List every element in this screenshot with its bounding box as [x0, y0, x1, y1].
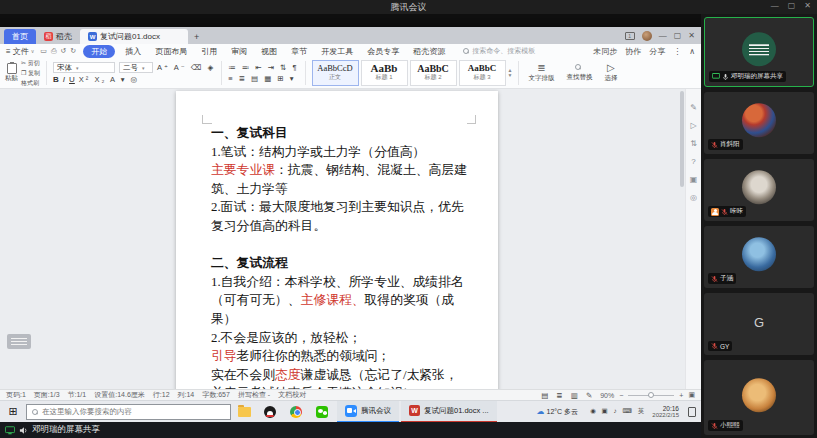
format-painter-button[interactable]: 格式刷	[21, 79, 40, 88]
style-heading1[interactable]: AaBb 标题 1	[361, 60, 408, 86]
participant-tile[interactable]: 小熙熙	[704, 360, 814, 435]
menu-dev-tools[interactable]: 开发工具	[317, 46, 357, 57]
view-mode-icons[interactable]: ▤ ≣ ▥ ✎	[541, 391, 595, 400]
document-page[interactable]: 一、复试科目 1.笔试：结构力学或土力学（分值高） 主要专业课：抗震、钢结构、混…	[176, 91, 498, 389]
list-indent-tools[interactable]: ≔ ≕ ⇤ ⇥ ⇅ ¶	[228, 63, 298, 72]
menu-view[interactable]: 视图	[257, 46, 281, 57]
participant-tile[interactable]: 邓明瑞的屏幕共享	[704, 17, 814, 87]
spell-check[interactable]: 拼写检查 -	[238, 390, 270, 400]
doc-red-text: 态度	[275, 368, 301, 382]
menu-home[interactable]: 开始	[83, 45, 115, 58]
word-count[interactable]: 字数:657	[202, 390, 230, 400]
menu-insert[interactable]: 插入	[121, 46, 145, 57]
weather-widget[interactable]: ☁ 12°C 多云	[537, 407, 579, 417]
participant-name: 子涵	[720, 274, 733, 283]
menu-references[interactable]: 引用	[197, 46, 221, 57]
menu-page-layout[interactable]: 页面布局	[151, 46, 191, 57]
share-button[interactable]: 分享	[649, 46, 665, 57]
participant-tile[interactable]: 肖斜阳	[704, 92, 814, 154]
tab-home[interactable]: 首页	[4, 29, 36, 44]
menu-membership[interactable]: 会员专享	[363, 46, 403, 57]
vertical-scrollbar[interactable]	[680, 91, 684, 187]
copy-button[interactable]: ❐ 复制	[21, 69, 40, 78]
proofread[interactable]: 文档校对	[278, 390, 306, 400]
font-name-select[interactable]: 宋体 ▾	[53, 62, 115, 73]
menu-docer-resources[interactable]: 稻壳资源	[409, 46, 449, 57]
participant-tile[interactable]: G GY	[704, 293, 814, 355]
text-layout-button[interactable]: ≣ 文字排版	[525, 63, 557, 83]
sync-status-button[interactable]: 未同步	[593, 46, 617, 57]
taskbar-app-meeting[interactable]: 腾讯会议	[337, 401, 399, 423]
notification-center-icon[interactable]	[688, 407, 696, 417]
minimize-icon[interactable]: —	[771, 1, 779, 10]
zoom-slider[interactable]	[628, 395, 674, 396]
outline-panel-handle[interactable]	[7, 334, 31, 349]
start-button[interactable]: ⊞	[0, 405, 26, 418]
task-pane-icon[interactable]: 1	[625, 32, 635, 40]
wps-maximize-icon[interactable]: ▢	[674, 31, 682, 40]
help-icon[interactable]: ?	[691, 157, 695, 166]
close-icon[interactable]: ✕	[804, 1, 811, 10]
participant-tile[interactable]: 咔咔	[704, 159, 814, 221]
cloud-icon: ☁	[537, 407, 545, 416]
taskbar-app-wps[interactable]: W 复试问题01.docx ...	[401, 401, 497, 423]
meeting-title: 腾讯会议	[0, 1, 817, 14]
styles-scroll-arrows[interactable]: ▲▼	[508, 68, 513, 78]
style-heading2[interactable]: AaBbC 标题 2	[410, 60, 457, 86]
tab-document[interactable]: W 复试问题01.docx	[80, 29, 188, 44]
zoom-in-button[interactable]: +	[679, 392, 683, 399]
select-cursor-icon[interactable]: ▷	[690, 121, 696, 130]
zoom-out-button[interactable]: −	[619, 392, 623, 399]
find-replace-button[interactable]: 查找替换	[563, 64, 595, 82]
wps-minimize-icon[interactable]: —	[659, 31, 667, 40]
font-scale-tools[interactable]: A⁺ A⁻ ⌫ ◈	[157, 63, 215, 72]
bold-button[interactable]: B	[53, 75, 59, 84]
qq-icon[interactable]	[257, 401, 283, 423]
document-text[interactable]: 一、复试科目 1.笔试：结构力学或土力学（分值高） 主要专业课：抗震、钢结构、混…	[211, 124, 468, 389]
zoom-slider-knob[interactable]	[648, 392, 654, 398]
doc-line: 1.笔试：结构力学或土力学（分值高）	[211, 143, 468, 162]
tab-docer[interactable]: 稻 稻壳	[36, 29, 80, 44]
tray-icons[interactable]: ◉ ▣ ♪ ⌨ 英	[590, 407, 646, 416]
participant-tile[interactable]: 子涵	[704, 226, 814, 288]
taskbar-search[interactable]	[26, 404, 231, 420]
taskbar-clock[interactable]: 20:16 2022/2/15	[652, 405, 679, 419]
wps-close-icon[interactable]: ✕	[688, 31, 695, 40]
doc-line: 引导老师往你的熟悉的领域问；	[211, 347, 468, 366]
clipboard-icon	[7, 63, 17, 74]
globe-icon[interactable]: ◎	[690, 193, 697, 202]
paste-button[interactable]: 粘贴	[5, 63, 18, 83]
file-explorer-icon[interactable]	[231, 401, 257, 423]
quick-access-icons[interactable]: ▭ ⎙ ↺ ↻	[40, 47, 77, 55]
char-format-tools[interactable]: X² X₂ A ▾ ◎	[79, 75, 139, 84]
menu-review[interactable]: 审阅	[227, 46, 251, 57]
menu-section[interactable]: 章节	[287, 46, 311, 57]
font-size-select[interactable]: 二号 ▾	[119, 62, 153, 73]
account-avatar[interactable]	[642, 31, 652, 41]
alignment-tools[interactable]: ≡ ≣ ▤ ▦ ⊞ ▾	[228, 74, 295, 83]
underline-button[interactable]: U	[69, 75, 75, 84]
file-menu[interactable]: ≡ 文件 ∨	[6, 46, 34, 57]
taskbar-search-input[interactable]	[42, 407, 212, 416]
snapshot-icon[interactable]: ▣	[690, 175, 698, 184]
maximize-icon[interactable]: ▢	[788, 1, 796, 10]
edit-pen-icon[interactable]: ✎	[690, 103, 697, 112]
new-tab-button[interactable]: +	[188, 29, 205, 44]
cut-button[interactable]: ✂ 剪切	[21, 59, 40, 68]
command-search[interactable]: 搜索命令、搜索模板	[463, 46, 535, 56]
collapse-ribbon-icon[interactable]: ∧	[689, 47, 695, 56]
style-heading3[interactable]: AaBbC 标题 3	[459, 60, 506, 86]
collaborate-button[interactable]: 协作	[625, 46, 641, 57]
italic-button[interactable]: I	[63, 75, 65, 84]
participant-name: 邓明瑞的屏幕共享	[731, 72, 783, 81]
select-button[interactable]: ▷ 选择	[601, 63, 620, 83]
adjust-icon[interactable]: ⇅	[690, 139, 697, 148]
chrome-icon[interactable]	[283, 401, 309, 423]
page-count: 页面:1/3	[34, 390, 60, 400]
fullscreen-icon[interactable]: ▣	[688, 391, 695, 399]
zoom-level[interactable]: 90%	[600, 392, 614, 399]
more-icon[interactable]: ⋮	[673, 47, 681, 56]
style-normal[interactable]: AaBbCcD 正文	[312, 60, 359, 86]
wps-menu-bar: ≡ 文件 ∨ ▭ ⎙ ↺ ↻ 开始 插入 页面布局 引用 审阅 视图 章节 开发…	[0, 44, 701, 58]
wechat-icon[interactable]	[309, 401, 335, 423]
